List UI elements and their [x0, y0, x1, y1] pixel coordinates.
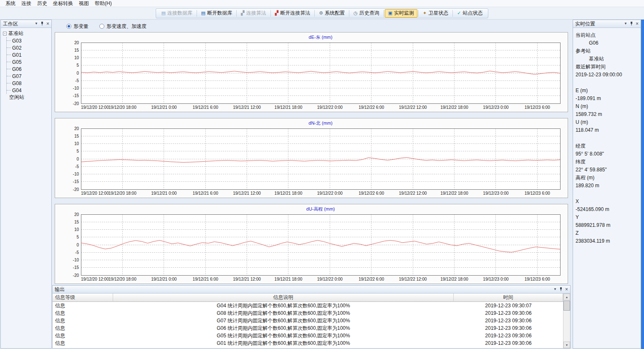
menu-item[interactable]: 帮助(H) [92, 0, 115, 8]
tree-node-station[interactable]: G05 [12, 58, 51, 65]
chart-dU-svg: dU-高程 (mm)20151050-5-10-15-2019/12/20 12… [55, 204, 568, 284]
tree-node-station[interactable]: G08 [12, 80, 51, 87]
radio-label: 形变量 [73, 23, 88, 30]
output-cell: 信息 [53, 302, 113, 309]
tree-node-station[interactable]: G04 [12, 87, 51, 94]
menu-item[interactable]: 历史 [34, 0, 50, 8]
output-row[interactable]: 信息G07 统计周期内固定解个数600,解算次数600,固定率为100%2019… [53, 317, 563, 324]
output-cell: 信息 [53, 317, 113, 324]
position-field-value: -189.091 m [576, 95, 638, 103]
position-field-label: 参考站 [576, 47, 638, 55]
tree-node-station[interactable]: G02 [12, 44, 51, 51]
position-field-label: Y [576, 213, 638, 221]
chart-panel-dE: dE-东 (mm)20151050-5-10-15-2019/12/20 12:… [55, 32, 568, 112]
output-scrollbar[interactable]: ▲ ▼ [563, 294, 570, 348]
history-query-button[interactable]: ◷历史查询 [350, 9, 383, 18]
menu-item[interactable]: 系统 [3, 0, 18, 8]
radio-option-velocity[interactable]: 形变速度、加速度 [99, 23, 146, 30]
connect-algorithm-icon: ▞ [241, 11, 244, 15]
station-name: G03 [12, 38, 22, 44]
scrollbar-thumb[interactable] [563, 301, 570, 311]
tree-node-station[interactable]: G06 [12, 65, 51, 73]
menu-bar: 系统连接历史坐标转换视图帮助(H) [0, 0, 644, 7]
svg-text:-10: -10 [73, 86, 79, 90]
svg-text:19/12/21 0:00: 19/12/21 0:00 [151, 105, 177, 110]
menu-item[interactable]: 视图 [76, 0, 92, 8]
system-config-button[interactable]: ⚙系统配置 [316, 9, 348, 18]
history-query-icon: ◷ [354, 11, 358, 15]
disconnect-database-button[interactable]: ▤断开数据库 [198, 9, 235, 18]
svg-text:19/12/21 18:00: 19/12/21 18:00 [275, 277, 303, 281]
tree-node-idle-station[interactable]: 空闲站 [3, 94, 51, 101]
toolbar-separator [314, 10, 315, 17]
output-row[interactable]: 信息G08 统计周期内固定解个数600,解算次数600,固定率为100%2019… [53, 309, 563, 317]
station-status-button[interactable]: ✓站点状态 [454, 9, 486, 18]
scroll-up-icon[interactable]: ▲ [563, 294, 570, 300]
disconnect-database-icon: ▤ [201, 11, 205, 15]
svg-text:dU-高程 (mm): dU-高程 (mm) [306, 206, 335, 211]
output-table: 信息等级信息说明时间 信息G04 统计周期内固定解个数600,解算次数600,固… [53, 294, 563, 348]
panel-dropdown-icon[interactable]: ▼ [624, 22, 627, 25]
panel-close-icon[interactable]: × [636, 21, 639, 26]
station-name: G06 [12, 66, 22, 72]
panel-pin-icon[interactable] [559, 287, 563, 291]
menu-item[interactable]: 连接 [18, 0, 34, 8]
realtime-monitor-button[interactable]: ▣实时监测 [385, 9, 417, 18]
panel-dropdown-icon[interactable]: ▼ [553, 288, 557, 291]
output-row[interactable]: 信息G04 统计周期内固定解个数600,解算次数600,固定率为100%2019… [53, 302, 563, 309]
position-field-label: 最近解算时间 [576, 63, 638, 71]
svg-text:0: 0 [76, 157, 79, 161]
satellite-status-button[interactable]: ✦卫星状态 [419, 9, 452, 18]
output-cell: 2019-12-23 09:30:07 [454, 302, 563, 309]
connect-database-button[interactable]: ▤连接数据库 [158, 9, 195, 18]
svg-text:-20: -20 [73, 101, 79, 106]
svg-text:5: 5 [76, 149, 79, 153]
output-cell: 信息 [53, 339, 113, 347]
toolbar-separator [418, 10, 419, 17]
tree-node-station[interactable]: G03 [12, 37, 51, 44]
svg-text:19/12/22 18:00: 19/12/22 18:00 [440, 105, 468, 110]
svg-text:19/12/21 6:00: 19/12/21 6:00 [193, 191, 219, 196]
output-column-header: 时间 [454, 294, 563, 302]
chart-dN-svg: dN-北 (mm)20151050-5-10-15-2019/12/20 12:… [55, 118, 568, 198]
realtime-monitor-icon: ▣ [388, 11, 392, 15]
station-tree: -基准站G03G02G01G05G06G07G08G04空闲站 [1, 28, 51, 101]
connect-algorithm-button[interactable]: ▞连接算法 [237, 9, 269, 18]
scroll-down-icon[interactable]: ▼ [563, 341, 570, 348]
tree-node-station[interactable]: G07 [12, 73, 51, 80]
svg-text:-10: -10 [73, 172, 79, 176]
svg-text:20: 20 [74, 126, 79, 131]
output-panel-header: 输出 ▼ × [53, 286, 570, 294]
panel-pin-icon[interactable] [40, 22, 44, 26]
output-row[interactable]: 信息G01 统计周期内固定解个数600,解算次数600,固定率为100%2019… [53, 339, 563, 347]
svg-text:10: 10 [74, 141, 79, 146]
disconnect-algorithm-button[interactable]: ▞断开连接算法 [272, 9, 313, 18]
toolbar-separator [197, 10, 197, 17]
position-field-label: Z [576, 229, 638, 237]
svg-text:19/12/23 0:00: 19/12/23 0:00 [483, 105, 509, 110]
position-group: 经度95° 5' 8.008"纬度22° 4' 59.885"高程 (m)189… [576, 142, 638, 190]
output-cell: 2019-12-23 09:30:06 [454, 317, 563, 324]
svg-text:dN-北 (mm): dN-北 (mm) [308, 121, 332, 126]
position-field-value: 118.047 m [576, 126, 638, 134]
main-content: 形变量形变速度、加速度 dE-东 (mm)20151050-5-10-15-20… [52, 20, 572, 349]
svg-text:19/12/20 12:00: 19/12/20 12:00 [81, 191, 109, 196]
svg-text:19/12/20 12:00: 19/12/20 12:00 [81, 105, 109, 110]
panel-pin-icon[interactable] [630, 22, 633, 26]
svg-text:-15: -15 [73, 265, 79, 270]
collapse-expander-icon[interactable]: - [3, 32, 7, 35]
output-row[interactable]: 信息G05 统计周期内固定解个数600,解算次数600,固定率为100%2019… [53, 332, 563, 339]
satellite-status-icon: ✦ [423, 11, 427, 15]
svg-text:19/12/22 12:00: 19/12/22 12:00 [399, 277, 427, 281]
output-row[interactable]: 信息G06 统计周期内固定解个数600,解算次数600,固定率为100%2019… [53, 324, 563, 332]
panel-close-icon[interactable]: × [565, 287, 568, 292]
panel-dropdown-icon[interactable]: ▼ [35, 22, 38, 25]
radio-option-deformation[interactable]: 形变量 [66, 23, 88, 30]
svg-text:-15: -15 [73, 93, 79, 98]
panel-close-icon[interactable]: × [46, 21, 49, 26]
tree-node-base-stations[interactable]: -基准站 [3, 30, 51, 37]
position-group: X-524165.090 mY5889921.978 mZ2383034.119… [576, 198, 638, 245]
station-name: G01 [12, 52, 22, 58]
tree-node-station[interactable]: G01 [12, 51, 51, 58]
menu-item[interactable]: 坐标转换 [50, 0, 76, 8]
